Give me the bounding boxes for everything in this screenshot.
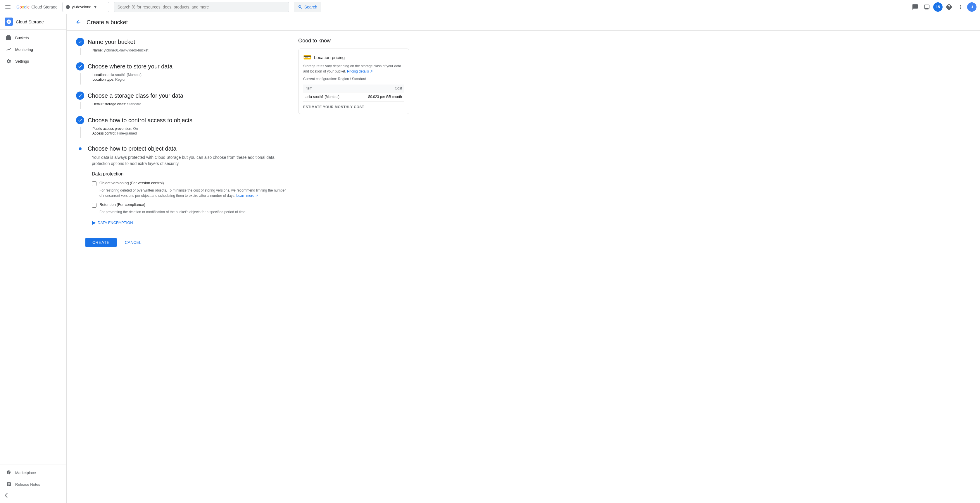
step-3-complete-icon	[76, 92, 84, 100]
sidebar-item-settings[interactable]: Settings	[0, 55, 66, 67]
notifications-button[interactable]	[910, 2, 920, 12]
notifications-icon	[912, 4, 918, 10]
google-logo: Google	[16, 5, 30, 10]
release-notes-icon	[6, 481, 12, 487]
sidebar-item-release-notes-label: Release Notes	[15, 482, 40, 487]
step-5-title: Choose how to protect object data	[88, 145, 177, 152]
pricing-details-link[interactable]: Pricing details ↗	[347, 69, 373, 73]
sidebar-item-buckets[interactable]: Buckets	[0, 32, 66, 44]
step-1-body: Name: ytclone01-raw-videos-bucket	[80, 48, 286, 55]
pricing-table: Item Cost asia-south1 (Mumbai) $0.023 pe…	[303, 84, 404, 102]
object-versioning-row: Object versioning (For version control)	[92, 181, 286, 186]
console-button[interactable]	[921, 2, 932, 12]
google-cloud-logo[interactable]: Google Cloud Storage	[16, 5, 57, 10]
step-5-header: Choose how to protect object data	[76, 145, 286, 152]
chevron-down-icon: ▾	[94, 4, 97, 10]
estimate-monthly-cost-link[interactable]: ESTIMATE YOUR MONTHLY COST	[303, 105, 404, 109]
sidebar-title: Cloud Storage	[16, 19, 44, 24]
more-options-button[interactable]	[955, 2, 966, 12]
back-button[interactable]	[74, 18, 83, 27]
monitoring-icon	[6, 46, 12, 53]
object-versioning-checkbox[interactable]	[92, 181, 97, 186]
user-avatar[interactable]: U	[967, 2, 977, 12]
table-cell-cost: $0.023 per GB-month	[354, 92, 404, 102]
create-button[interactable]: CREATE	[85, 238, 117, 247]
table-header-cost: Cost	[354, 84, 404, 92]
step-1-complete-icon	[76, 38, 84, 46]
table-row: asia-south1 (Mumbai) $0.023 per GB-month	[303, 92, 404, 102]
retention-desc: For preventing the deletion or modificat…	[99, 209, 286, 215]
step-store-data: Choose where to store your data Location…	[76, 62, 286, 84]
step-1-title: Name your bucket	[88, 38, 135, 45]
search-icon	[298, 5, 302, 10]
learn-more-link[interactable]: Learn more ↗	[236, 194, 258, 198]
content-area: Create a bucket Name your bucket	[67, 14, 980, 503]
form-steps: Name your bucket Name: ytclone01-raw-vid…	[76, 38, 286, 252]
object-versioning-label[interactable]: Object versioning (For version control)	[99, 181, 164, 185]
data-encryption-label: DATA ENCRYPTION	[98, 221, 133, 225]
hamburger-icon	[5, 3, 12, 11]
step-1-detail-name: Name: ytclone01-raw-videos-bucket	[92, 48, 286, 53]
sidebar-item-settings-label: Settings	[15, 59, 29, 64]
pricing-title: Location pricing	[314, 55, 345, 60]
help-icon	[946, 4, 952, 10]
step-5-active-icon	[79, 147, 81, 150]
sidebar-item-marketplace[interactable]: Marketplace	[0, 467, 66, 478]
pricing-desc: Storage rates vary depending on the stor…	[303, 64, 404, 74]
step-protect-data: Choose how to protect object data Your d…	[76, 145, 286, 226]
sidebar-item-release-notes[interactable]: Release Notes	[0, 478, 66, 490]
right-panel: Good to know 💳 Location pricing Storage …	[298, 38, 409, 252]
step-3-title: Choose a storage class for your data	[88, 92, 183, 99]
hamburger-menu[interactable]	[3, 2, 14, 12]
retention-checkbox[interactable]	[92, 203, 97, 208]
sidebar-footer: Marketplace Release Notes	[0, 464, 66, 503]
checkmark-icon	[78, 40, 83, 44]
checkmark-icon-4	[78, 118, 83, 123]
checkmark-icon-2	[78, 64, 83, 69]
step-3-body: Default storage class: Standard	[80, 102, 286, 109]
more-vert-icon	[958, 4, 964, 10]
current-config-value: Region / Standard	[338, 77, 366, 81]
sidebar-item-monitoring-label: Monitoring	[15, 48, 33, 52]
step-storage-class: Choose a storage class for your data Def…	[76, 92, 286, 109]
collapse-icon	[5, 492, 11, 498]
step-4-detail-prevention: Public access prevention: On	[92, 127, 286, 131]
step-1-header: Name your bucket	[76, 38, 286, 46]
page-title: Create a bucket	[86, 19, 128, 26]
current-config: Current configuration: Region / Standard	[303, 77, 404, 81]
back-arrow-icon	[75, 19, 81, 25]
data-encryption-toggle[interactable]: ▶ DATA ENCRYPTION	[92, 219, 286, 226]
table-header-item: Item	[303, 84, 354, 92]
action-buttons: CREATE CANCEL	[76, 233, 286, 252]
form-area: Name your bucket Name: ytclone01-raw-vid…	[67, 31, 980, 259]
step-4-title: Choose how to control access to objects	[88, 117, 192, 124]
top-navigation: Google Cloud Storage yt-devclone ▾ Searc…	[0, 0, 980, 14]
step-2-detail-location: Location: asia-south1 (Mumbai)	[92, 73, 286, 77]
project-icon	[65, 5, 70, 10]
step-5-description: Your data is always protected with Cloud…	[92, 154, 286, 167]
collapse-button[interactable]	[0, 490, 66, 501]
step-3-header: Choose a storage class for your data	[76, 92, 286, 100]
credit-card-icon: 💳	[303, 54, 311, 61]
sidebar-item-monitoring[interactable]: Monitoring	[0, 44, 66, 55]
page-header: Create a bucket	[67, 14, 980, 31]
help-button[interactable]	[944, 2, 954, 12]
step-4-body: Public access prevention: On Access cont…	[80, 127, 286, 138]
bucket-icon	[6, 35, 12, 41]
retention-label[interactable]: Retention (For compliance)	[99, 202, 145, 207]
step-4-complete-icon	[76, 116, 84, 124]
sidebar-navigation: Buckets Monitoring Settings	[0, 30, 66, 464]
search-button[interactable]: Search	[294, 2, 321, 12]
avatar[interactable]: 15	[933, 2, 943, 12]
step-5-body: Your data is always protected with Cloud…	[80, 154, 286, 226]
step-name-bucket: Name your bucket Name: ytclone01-raw-vid…	[76, 38, 286, 55]
cancel-button[interactable]: CANCEL	[120, 238, 146, 247]
project-selector[interactable]: yt-devclone ▾	[62, 2, 109, 12]
cloud-storage-icon	[6, 19, 11, 24]
search-bar	[114, 2, 289, 12]
sidebar-item-marketplace-label: Marketplace	[15, 471, 36, 475]
search-input[interactable]	[118, 5, 285, 10]
step-access-control: Choose how to control access to objects …	[76, 116, 286, 138]
step-2-title: Choose where to store your data	[88, 63, 172, 70]
retention-row: Retention (For compliance)	[92, 202, 286, 208]
